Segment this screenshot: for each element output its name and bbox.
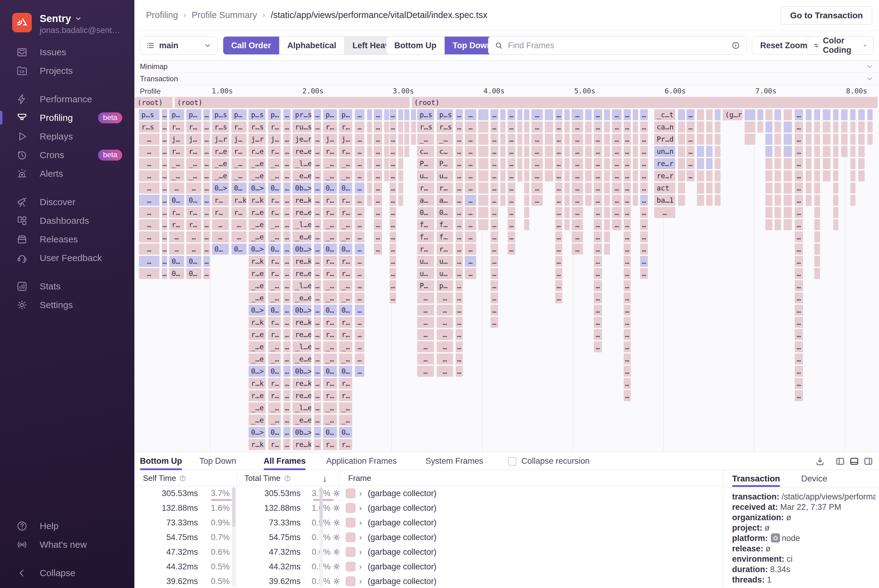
flamegraph-frame[interactable]: _… xyxy=(339,402,352,413)
flamegraph-frame[interactable] xyxy=(706,158,712,169)
flamegraph-frame[interactable]: _…e xyxy=(249,219,265,230)
flamegraph-frame[interactable]: … xyxy=(139,244,159,255)
flamegraph-frame[interactable] xyxy=(384,109,389,120)
flamegraph-frame[interactable]: … xyxy=(490,183,498,194)
flamegraph-frame[interactable] xyxy=(500,122,505,132)
flamegraph-frame[interactable]: … xyxy=(795,170,803,182)
flamegraph-frame[interactable] xyxy=(524,109,529,120)
flamegraph-frame[interactable]: r…e xyxy=(249,207,265,218)
flamegraph-frame[interactable]: p…s xyxy=(417,109,434,120)
flamegraph-frame[interactable]: … xyxy=(374,207,382,218)
flamegraph-frame[interactable] xyxy=(833,170,838,182)
flamegraph-frame[interactable] xyxy=(604,231,610,242)
flamegraph-frame[interactable]: … xyxy=(795,390,803,401)
flamegraph-frame[interactable] xyxy=(858,170,865,182)
flamegraph-frame[interactable]: … xyxy=(139,183,159,194)
flamegraph-frame[interactable]: … xyxy=(283,415,290,426)
flamegraph-frame[interactable] xyxy=(384,158,389,169)
flamegraph-frame[interactable]: … xyxy=(594,341,602,352)
flamegraph-frame[interactable]: u… xyxy=(417,170,434,182)
flamegraph-frame[interactable]: … xyxy=(231,219,246,230)
flamegraph-frame[interactable] xyxy=(823,170,831,182)
flamegraph-root-frame[interactable]: (root) xyxy=(135,97,173,108)
flamegraph-frame[interactable] xyxy=(398,183,403,194)
flamegraph-frame[interactable] xyxy=(678,146,685,157)
flamegraph-frame[interactable]: j… xyxy=(339,134,352,145)
flamegraph-frame[interactable]: _… xyxy=(268,354,281,364)
flamegraph-frame[interactable]: r…s xyxy=(437,122,453,132)
flamegraph-frame[interactable] xyxy=(384,122,389,132)
flamegraph-frame[interactable]: p… xyxy=(169,109,184,120)
tab-bottom-up[interactable]: Bottom Up xyxy=(140,452,182,470)
flamegraph-frame[interactable]: … xyxy=(456,158,463,169)
flamegraph-frame[interactable]: … xyxy=(555,219,562,230)
flamegraph-frame[interactable]: … xyxy=(795,207,803,218)
flamegraph-frame[interactable]: … xyxy=(162,219,167,230)
flamegraph-frame[interactable]: _… xyxy=(268,292,281,303)
flamegraph-frame[interactable] xyxy=(524,122,529,132)
flamegraph-frame[interactable]: … xyxy=(283,122,290,132)
flamegraph-frame[interactable]: … xyxy=(139,134,159,145)
table-row[interactable]: 54.75ms0.7%54.75ms0.7%›(garbage collecto… xyxy=(134,530,723,544)
flamegraph-frame[interactable] xyxy=(678,170,685,182)
flamegraph-frame[interactable]: … xyxy=(283,427,290,438)
flamegraph-frame[interactable] xyxy=(564,207,569,218)
flamegraph-frame[interactable]: p… xyxy=(231,109,246,120)
flamegraph-frame[interactable]: … xyxy=(162,122,167,132)
flamegraph-frame[interactable]: … xyxy=(640,195,648,206)
color-coding-button[interactable]: Color Coding xyxy=(807,36,873,55)
flamegraph-frame[interactable]: ru…s xyxy=(293,122,311,132)
flamegraph-frame[interactable] xyxy=(604,244,610,255)
flamegraph-frame[interactable]: ca…n xyxy=(654,122,675,132)
flamegraph-frame[interactable]: P… xyxy=(437,158,453,169)
flamegraph-frame[interactable] xyxy=(585,109,592,120)
flamegraph-frame[interactable]: … xyxy=(555,292,562,303)
flamegraph-frame[interactable]: … xyxy=(417,329,434,340)
flamegraph-frame[interactable]: re…e xyxy=(293,207,311,218)
flamegraph-frame[interactable]: r…e xyxy=(249,390,265,401)
flamegraph-frame[interactable]: … xyxy=(594,170,602,182)
flamegraph-frame[interactable]: re…k xyxy=(293,256,311,267)
flamegraph-frame[interactable] xyxy=(478,195,488,206)
self-time-scrollbar[interactable] xyxy=(232,487,236,587)
flamegraph-frame[interactable]: j…r xyxy=(212,134,229,145)
flamegraph-frame[interactable]: … xyxy=(314,366,321,377)
flamegraph-frame[interactable]: … xyxy=(390,170,396,182)
search-input[interactable] xyxy=(508,41,722,50)
flamegraph-frame[interactable] xyxy=(545,158,553,169)
flamegraph-frame[interactable]: … xyxy=(572,195,583,206)
flamegraph-frame[interactable]: act xyxy=(654,183,675,194)
flamegraph-frame[interactable]: … xyxy=(490,195,498,206)
tab-system-frames[interactable]: System Frames xyxy=(425,452,483,470)
flamegraph-frame[interactable] xyxy=(841,122,847,132)
flamegraph-frame[interactable]: … xyxy=(795,292,803,303)
flamegraph-frame[interactable]: u… xyxy=(437,256,453,267)
flamegraph-frame[interactable]: … xyxy=(795,183,803,194)
flamegraph-frame[interactable]: … xyxy=(374,109,382,120)
flamegraph-frame[interactable]: … xyxy=(465,195,476,206)
flamegraph-frame[interactable]: _… xyxy=(339,280,352,291)
flamegraph-frame[interactable]: r… xyxy=(339,329,352,340)
flamegraph-frame[interactable]: … xyxy=(594,292,602,303)
gear-icon[interactable] xyxy=(332,562,341,571)
flamegraph-frame[interactable] xyxy=(806,146,811,157)
flamegraph-frame[interactable]: … xyxy=(624,195,631,206)
flamegraph-frame[interactable]: r… xyxy=(231,207,246,218)
flamegraph-frame[interactable]: r…k xyxy=(249,317,265,328)
flamegraph-frame[interactable]: … xyxy=(162,146,167,157)
flamegraph-frame[interactable]: … xyxy=(314,317,321,328)
sidebar-item-stats[interactable]: Stats xyxy=(0,277,134,296)
segment-bottom-up[interactable]: Bottom Up xyxy=(386,37,445,54)
flamegraph-frame[interactable]: … xyxy=(640,134,648,145)
flamegraph-frame[interactable]: _… xyxy=(268,219,281,230)
flamegraph-frame[interactable]: … xyxy=(283,329,290,340)
flamegraph-frame[interactable] xyxy=(564,183,569,194)
flamegraph-frame[interactable]: … xyxy=(594,231,602,242)
flamegraph-frame[interactable] xyxy=(814,268,820,279)
flamegraph-frame[interactable]: … xyxy=(283,378,290,389)
flamegraph-frame[interactable]: … xyxy=(212,231,229,242)
flamegraph-frame[interactable]: … xyxy=(687,146,694,157)
flamegraph-frame[interactable]: … xyxy=(203,134,210,145)
flamegraph-frame[interactable] xyxy=(404,109,409,120)
flamegraph-frame[interactable]: r… xyxy=(323,317,337,328)
